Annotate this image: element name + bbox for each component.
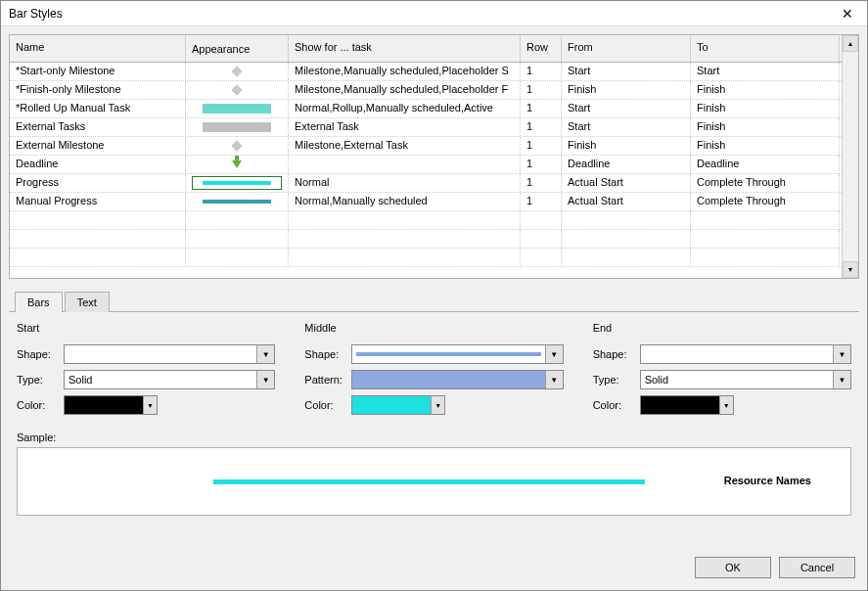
cell-appearance[interactable] [186, 156, 289, 173]
cell-name[interactable] [10, 249, 186, 266]
cell-to[interactable] [691, 211, 840, 229]
cell-from[interactable]: Start [562, 63, 691, 80]
middle-pattern-combo[interactable]: ▼ [351, 370, 563, 389]
col-header-to[interactable]: To [691, 35, 840, 62]
cell-name[interactable]: External Milestone [10, 137, 186, 155]
cell-from[interactable]: Actual Start [562, 193, 691, 210]
cell-row[interactable] [521, 230, 562, 248]
cell-from[interactable]: Deadline [562, 156, 691, 173]
ok-button[interactable]: OK [695, 557, 771, 578]
cell-appearance[interactable] [186, 63, 289, 80]
cell-from[interactable] [562, 249, 691, 266]
cell-row[interactable]: 1 [521, 63, 562, 80]
cell-show[interactable]: Milestone,Manually scheduled,Placeholder… [289, 63, 521, 80]
cell-name[interactable] [10, 211, 186, 229]
cell-row[interactable]: 1 [521, 137, 562, 155]
cell-appearance[interactable] [186, 174, 289, 192]
cell-name[interactable]: *Rolled Up Manual Task [10, 100, 186, 117]
scroll-down-button[interactable]: ▾ [843, 261, 858, 278]
table-row[interactable] [10, 249, 842, 267]
cell-name[interactable] [10, 230, 186, 248]
cell-show[interactable]: Milestone,Manually scheduled,Placeholder… [289, 81, 521, 99]
cell-name[interactable]: Progress [10, 174, 186, 192]
table-row[interactable]: *Start-only MilestoneMilestone,Manually … [10, 63, 842, 81]
cell-to[interactable]: Finish [691, 81, 840, 99]
col-header-row[interactable]: Row [521, 35, 562, 62]
cell-show[interactable]: Milestone,External Task [289, 137, 521, 155]
cell-to[interactable]: Finish [691, 118, 840, 136]
end-type-combo[interactable]: Solid ▼ [640, 370, 851, 389]
table-row[interactable] [10, 211, 842, 230]
cell-appearance[interactable] [186, 137, 289, 155]
cell-to[interactable]: Complete Through [691, 193, 840, 210]
cell-show[interactable] [289, 230, 521, 248]
table-row[interactable]: *Rolled Up Manual TaskNormal,Rollup,Manu… [10, 100, 842, 118]
start-color-picker[interactable]: ▼ [64, 395, 158, 415]
cell-name[interactable]: Deadline [10, 156, 186, 173]
col-header-name[interactable]: Name [10, 35, 186, 62]
cell-from[interactable]: Finish [562, 137, 691, 155]
cell-from[interactable] [562, 211, 691, 229]
col-header-appearance[interactable]: Appearance [186, 35, 289, 62]
cell-name[interactable]: *Finish-only Milestone [10, 81, 186, 99]
cell-appearance[interactable] [186, 118, 289, 136]
cell-to[interactable]: Start [691, 63, 840, 80]
cell-name[interactable]: External Tasks [10, 118, 186, 136]
middle-shape-combo[interactable]: ▼ [351, 344, 563, 364]
cell-appearance[interactable] [186, 211, 289, 229]
scroll-up-button[interactable]: ▴ [843, 35, 858, 52]
cell-to[interactable] [691, 230, 840, 248]
table-row[interactable]: Manual ProgressNormal,Manually scheduled… [10, 193, 842, 211]
close-button[interactable]: ✕ [828, 1, 867, 25]
cell-to[interactable] [691, 249, 840, 266]
table-row[interactable]: External TasksExternal Task1StartFinish [10, 118, 842, 137]
cell-show[interactable] [289, 249, 521, 266]
table-row[interactable] [10, 230, 842, 249]
cell-appearance[interactable] [186, 249, 289, 266]
table-row[interactable]: ProgressNormal1Actual StartComplete Thro… [10, 174, 842, 193]
cell-show[interactable] [289, 156, 521, 173]
tab-text[interactable]: Text [65, 292, 110, 312]
cell-name[interactable]: *Start-only Milestone [10, 63, 186, 80]
col-header-from[interactable]: From [562, 35, 691, 62]
cell-from[interactable]: Start [562, 118, 691, 136]
cell-from[interactable]: Actual Start [562, 174, 691, 192]
table-row[interactable]: External MilestoneMilestone,External Tas… [10, 137, 842, 156]
cell-from[interactable] [562, 230, 691, 248]
cell-show[interactable]: External Task [289, 118, 521, 136]
cell-show[interactable]: Normal,Manually scheduled [289, 193, 521, 210]
cell-row[interactable] [521, 249, 562, 266]
cell-row[interactable] [521, 211, 562, 229]
cell-show[interactable] [289, 211, 521, 229]
cell-appearance[interactable] [186, 193, 289, 210]
cell-appearance[interactable] [186, 81, 289, 99]
tab-bars[interactable]: Bars [15, 292, 63, 312]
start-type-combo[interactable]: Solid ▼ [64, 370, 275, 389]
table-row[interactable]: *Finish-only MilestoneMilestone,Manually… [10, 81, 842, 100]
cell-appearance[interactable] [186, 100, 289, 117]
middle-color-picker[interactable]: ▼ [351, 395, 445, 415]
cell-row[interactable]: 1 [521, 193, 562, 210]
cell-from[interactable]: Finish [562, 81, 691, 99]
cell-show[interactable]: Normal,Rollup,Manually scheduled,Active [289, 100, 521, 117]
cell-to[interactable]: Finish [691, 100, 840, 117]
cell-name[interactable]: Manual Progress [10, 193, 186, 210]
grid-scrollbar[interactable]: ▴ ▾ [842, 35, 858, 278]
cell-show[interactable]: Normal [289, 174, 521, 192]
cell-row[interactable]: 1 [521, 100, 562, 117]
table-row[interactable]: Deadline1DeadlineDeadline [10, 156, 842, 174]
cell-to[interactable]: Deadline [691, 156, 840, 173]
cell-from[interactable]: Start [562, 100, 691, 117]
cell-row[interactable]: 1 [521, 81, 562, 99]
col-header-show[interactable]: Show for ... task [289, 35, 521, 62]
end-color-picker[interactable]: ▼ [640, 395, 734, 415]
cell-row[interactable]: 1 [521, 156, 562, 173]
cell-row[interactable]: 1 [521, 174, 562, 192]
cell-appearance[interactable] [186, 230, 289, 248]
cell-to[interactable]: Complete Through [691, 174, 840, 192]
end-shape-combo[interactable]: ▼ [640, 344, 851, 364]
cancel-button[interactable]: Cancel [779, 557, 855, 578]
start-shape-combo[interactable]: ▼ [64, 344, 275, 364]
cell-row[interactable]: 1 [521, 118, 562, 136]
cell-to[interactable]: Finish [691, 137, 840, 155]
